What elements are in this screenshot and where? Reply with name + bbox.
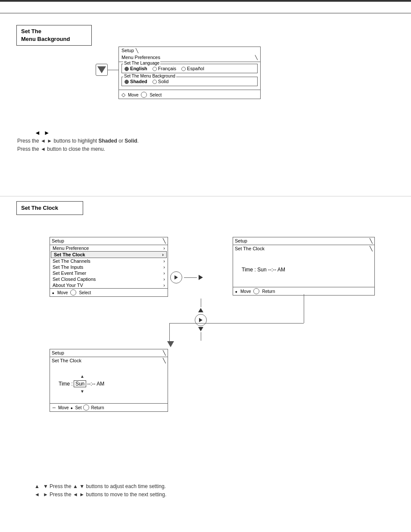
footer-circle-icon — [141, 92, 147, 98]
para2-line2: Press the ◄ ► buttons to move to the nex… — [50, 491, 166, 499]
menu2-corner: ╲ — [163, 238, 166, 244]
setup-menu-1: Setup ╲ Menu Preferences ╲ Set The Langu… — [118, 47, 261, 99]
para2-line1: Press the ▲ ▼ buttons to adjust each tim… — [50, 482, 166, 491]
menu3-corner2: ╲ — [370, 246, 373, 252]
footer-move: Move — [128, 93, 138, 97]
lang-radio-french: Français — [153, 66, 176, 71]
menu2-item-preference: Menu Preference › — [50, 245, 168, 251]
right-arrow-text2: ► — [43, 491, 48, 499]
bg-shaded: Shaded — [130, 79, 147, 84]
menu2-title-row: Setup ╲ — [50, 237, 168, 245]
v-line-bottom — [201, 332, 201, 341]
down-to-menu4 — [167, 341, 174, 347]
lang-radio-english: English — [125, 66, 147, 71]
menu4-title-row: Setup ╲ — [50, 349, 168, 357]
up-arrow-text: ▲ — [34, 482, 40, 491]
right-arrow-icon3 — [199, 318, 202, 322]
down-arrow-group — [195, 299, 207, 341]
v-line-top — [201, 299, 201, 307]
circle-right-icon2 — [195, 314, 207, 326]
language-section: Set The Language English Français Españo… — [121, 64, 258, 73]
lang-spanish: Español — [187, 66, 204, 71]
para2-arrows: ▲ ▼ — [34, 482, 48, 491]
menu2-item-captions: Set Closed Captions › — [50, 276, 168, 282]
sun-box: Sun — [74, 380, 86, 387]
para1-line1: Press the ◄ ► buttons to highlight Shade… — [17, 137, 139, 145]
lang-radio-spanish: Español — [181, 66, 204, 71]
circle-right-icon — [170, 271, 182, 283]
footer-select: Select — [149, 93, 162, 97]
menu2-footer: ⬥ Move Select — [50, 288, 168, 296]
lang-french: Français — [158, 66, 176, 71]
menu4-corner2: ╲ — [163, 358, 166, 364]
footer-diamond-icon: ◇ — [121, 92, 125, 98]
background-header: Set The Menu Background — [123, 74, 176, 78]
bg-solid: Solid — [158, 79, 168, 84]
menu4-corner: ╲ — [163, 350, 166, 356]
menu4-time-row: Time : Sun --:-- AM — [59, 380, 104, 387]
menu4-circle-icon — [83, 404, 89, 411]
menu2-item-event-timer: Set Event Timer › — [50, 270, 168, 276]
para2-text: Press the ▲ ▼ buttons to adjust each tim… — [50, 482, 166, 499]
section1-label: Set The Menu Background — [16, 25, 92, 46]
lang-english: English — [130, 66, 147, 71]
left-arrow-text: ◄ — [34, 129, 40, 136]
setup-menu-3: Setup ╲ Set The Clock ╲ Time : Sun --:--… — [233, 237, 375, 296]
menu3-subtitle: Set The Clock — [235, 246, 265, 252]
top-border — [0, 0, 411, 2]
radio-french-icon — [153, 67, 157, 71]
section2-label: Set The Clock — [16, 201, 83, 215]
v-connector-right — [304, 294, 304, 323]
left-arrow-text2: ◄ — [34, 491, 40, 499]
para1-line2: Press the ◄ button to close the menu. — [17, 145, 139, 153]
background-section: Set The Menu Background Shaded Solid — [121, 77, 258, 86]
menu3-time: Time : Sun --:-- AM — [242, 267, 285, 273]
h-connector — [184, 277, 197, 278]
menu3-time-area: Time : Sun --:-- AM — [233, 252, 374, 287]
up-arrow-indicator: ▲ — [59, 374, 84, 379]
menu1-footer: ◇ Move Select — [119, 91, 260, 99]
menu1-title: Setup ╲ — [119, 47, 260, 54]
menu2-item-inputs: Set The Inputs › — [50, 264, 168, 270]
menu3-subtitle-row: Set The Clock ╲ — [233, 245, 374, 252]
right-arrow-text: ► — [44, 129, 50, 136]
down-arrow-icon — [97, 66, 106, 73]
radio-english-icon — [125, 67, 129, 71]
footer-updown-icon: ⬥ — [52, 290, 55, 295]
menu1-submenu-row: Menu Preferences ╲ — [119, 54, 260, 61]
menu2-title: Setup — [52, 238, 64, 244]
arrow-to-menu3 — [170, 271, 203, 283]
menu1-submenu-arrow: ╲ — [255, 55, 258, 60]
menu2-item-clock: Set The Clock › — [51, 251, 167, 258]
h-bottom-connector — [169, 323, 304, 324]
down-arrow-icon2 — [198, 327, 203, 331]
menu2-item-channels: Set The Channels › — [50, 258, 168, 264]
top-border-thin — [0, 13, 411, 13]
menu1-corner: ╲ — [136, 48, 138, 53]
down-arrow-lg-icon — [167, 341, 174, 347]
bg-radio-shaded: Shaded — [125, 79, 147, 84]
nav-arrows-section1: ◄ ► — [34, 129, 50, 136]
menu1-divider2 — [119, 90, 260, 90]
menu3-title-row: Setup ╲ — [233, 237, 374, 245]
menu3-title: Setup — [235, 238, 247, 244]
menu2-item-about: About Your TV › — [50, 282, 168, 288]
menu3-circle-icon — [253, 288, 259, 294]
setup-menu-2: Setup ╲ Menu Preference › Set The Clock … — [50, 237, 168, 297]
section2-text: ▲ ▼ ◄ ► — [34, 482, 48, 499]
radio-shaded-icon — [125, 80, 129, 84]
menu3-corner: ╲ — [370, 238, 373, 244]
radio-solid-icon — [153, 80, 157, 84]
spacer — [119, 86, 260, 89]
menu2-circle-icon — [70, 289, 76, 296]
setup-menu-4: Setup ╲ Set The Clock ╲ ▲ Time : Sun --:… — [50, 349, 168, 412]
menu4-title: Setup — [52, 350, 64, 356]
bg-radio-solid: Solid — [153, 79, 169, 84]
down-arrow-text: ▼ — [43, 482, 48, 491]
arrow-right-icon2 — [199, 275, 203, 280]
menu4-time-area: ▲ Time : Sun --:-- AM ▼ — [50, 364, 168, 403]
section-divider — [0, 196, 411, 196]
para2-lr-arrows: ◄ ► — [34, 491, 48, 499]
right-arrow-icon — [174, 275, 178, 280]
language-header: Set The Language — [123, 61, 160, 65]
